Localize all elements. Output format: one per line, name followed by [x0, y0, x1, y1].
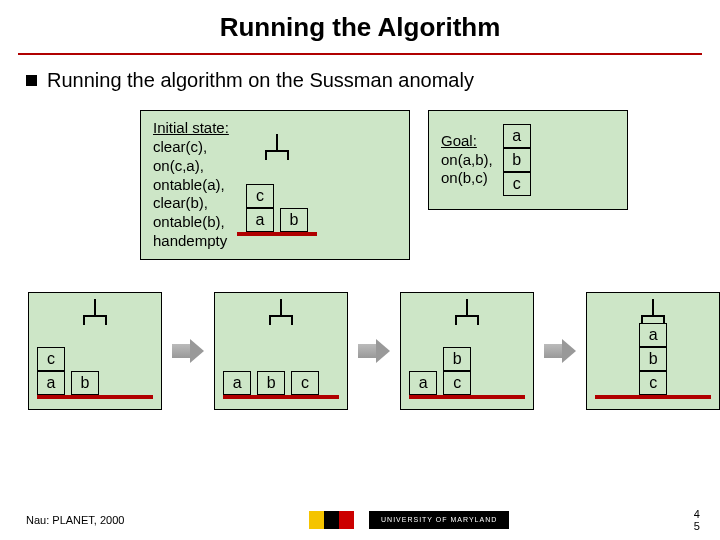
- arrow-icon: [172, 339, 204, 363]
- initial-predicates: clear(c), on(c,a), ontable(a), clear(b),…: [153, 138, 227, 249]
- gripper-icon: [263, 299, 299, 329]
- block-a: a: [246, 208, 274, 232]
- gripper-icon: [77, 299, 113, 329]
- goal-predicates: on(a,b), on(b,c): [441, 151, 493, 187]
- initial-heading: Initial state:: [153, 119, 229, 136]
- block-a: a: [409, 371, 437, 395]
- bullet-text: Running the algorithm on the Sussman ano…: [47, 69, 474, 92]
- slide-title: Running the Algorithm: [0, 0, 720, 43]
- state-3: a bc: [400, 292, 534, 410]
- block-b: b: [280, 208, 308, 232]
- initial-state-panel: Initial state: clear(c), on(c,a), ontabl…: [140, 110, 410, 260]
- initial-world: c a b: [237, 134, 317, 236]
- state-sequence: ca b a b c a bc: [28, 292, 720, 410]
- state-4: abc: [586, 292, 720, 410]
- footer-author: Nau: PLANET, 2000: [26, 514, 124, 526]
- page-number: 4 5: [694, 508, 700, 532]
- bullet-line: Running the algorithm on the Sussman ano…: [26, 69, 720, 92]
- block-b: b: [503, 148, 531, 172]
- block-a: a: [223, 371, 251, 395]
- stack-b: b: [280, 208, 308, 232]
- title-rule: [18, 53, 702, 55]
- block-b: b: [443, 347, 471, 371]
- block-c: c: [443, 371, 471, 395]
- block-a: a: [503, 124, 531, 148]
- table-surface: [223, 395, 339, 399]
- block-c: c: [639, 371, 667, 395]
- goal-heading: Goal:: [441, 132, 477, 149]
- block-c: c: [503, 172, 531, 196]
- table-surface: [37, 395, 153, 399]
- stack-ca: c a: [246, 184, 274, 232]
- block-a: a: [37, 371, 65, 395]
- bullet-dot: [26, 75, 37, 86]
- block-c: c: [246, 184, 274, 208]
- block-c: c: [291, 371, 319, 395]
- gripper-icon: [259, 134, 295, 164]
- state-1: ca b: [28, 292, 162, 410]
- initial-state-text: Initial state: clear(c), on(c,a), ontabl…: [153, 119, 229, 250]
- block-b: b: [639, 347, 667, 371]
- table-surface: [409, 395, 525, 399]
- block-b: b: [257, 371, 285, 395]
- table-surface: [237, 232, 317, 236]
- arrow-icon: [544, 339, 576, 363]
- state-2: a b c: [214, 292, 348, 410]
- goal-stack: a b c: [503, 124, 531, 196]
- goal-text: Goal: on(a,b), on(b,c): [441, 132, 493, 188]
- umd-text: UNIVERSITY OF MARYLAND: [369, 511, 509, 529]
- block-a: a: [639, 323, 667, 347]
- block-b: b: [71, 371, 99, 395]
- gripper-icon: [449, 299, 485, 329]
- goal-panel: Goal: on(a,b), on(b,c) a b c: [428, 110, 628, 210]
- footer: Nau: PLANET, 2000 UNIVERSITY OF MARYLAND…: [26, 508, 700, 532]
- block-c: c: [37, 347, 65, 371]
- arrow-icon: [358, 339, 390, 363]
- table-surface: [595, 395, 711, 399]
- umd-logo: UNIVERSITY OF MARYLAND: [309, 511, 509, 529]
